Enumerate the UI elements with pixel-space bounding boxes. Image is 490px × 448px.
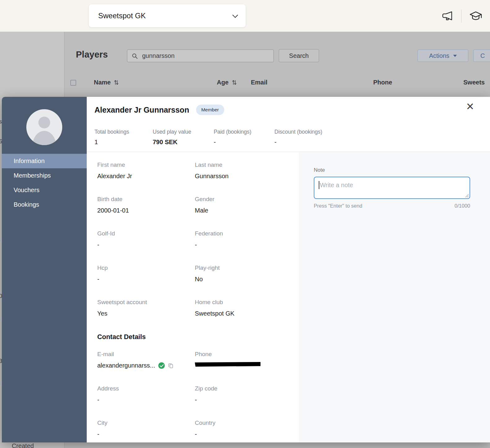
field-row: E-mail alexandergunnarss... Phone: [97, 351, 294, 369]
search-input-value: gunnarsson: [142, 52, 175, 59]
field-sweetspot-account: Sweetspot account Yes: [97, 299, 195, 317]
avatar: [26, 109, 62, 145]
note-char-counter: 0/1000: [455, 203, 470, 209]
modal-sidebar-nav: Information Memberships Vouchers Booking…: [2, 154, 87, 212]
clipped-right-button-label: C: [480, 52, 485, 59]
select-all-checkbox[interactable]: [70, 80, 76, 86]
field-home-club: Home club Sweetspot GK: [195, 299, 292, 317]
stat-used-play-value: Used play value 790 SEK: [153, 129, 191, 146]
email-value: alexandergunnarss...: [97, 362, 155, 369]
avatar-head: [38, 117, 50, 128]
field-phone: Phone: [195, 351, 292, 369]
field-row: First name Alexander Jr Last name Gunnar…: [97, 162, 294, 180]
search-button[interactable]: Search: [279, 49, 319, 62]
modal-main: Alexander Jr Gunnarsson Member × Total b…: [87, 97, 490, 442]
field-last-name: Last name Gunnarsson: [195, 162, 292, 180]
stats-row: Total bookings 1 Used play value 790 SEK…: [87, 129, 490, 150]
player-name: Alexander Jr Gunnarsson: [94, 106, 189, 114]
clipped-right-button[interactable]: C: [473, 50, 490, 62]
actions-button[interactable]: Actions: [418, 50, 468, 62]
screen: Sweetspot GK Players: [0, 0, 490, 448]
field-row: Birth date 2000-01-01 Gender Male: [97, 196, 294, 214]
close-icon[interactable]: ×: [466, 100, 474, 113]
resize-handle[interactable]: [465, 194, 469, 197]
copy-icon[interactable]: [168, 363, 174, 368]
topbar: Sweetspot GK: [0, 0, 490, 32]
stat-discount-bookings: Discount (bookings) -: [274, 129, 322, 146]
divider: [461, 10, 462, 23]
field-federation: Federation -: [195, 230, 292, 248]
field-country: Country -: [195, 420, 292, 438]
field-gender: Gender Male: [195, 196, 292, 214]
player-info-form: First name Alexander Jr Last name Gunnar…: [97, 162, 294, 442]
field-birth-date: Birth date 2000-01-01: [97, 196, 195, 214]
stat-total-bookings: Total bookings 1: [94, 129, 129, 146]
topbar-icons: [442, 0, 482, 32]
created-column-label: Created: [12, 442, 34, 448]
field-hcp: Hcp -: [97, 265, 195, 283]
note-label: Note: [314, 167, 490, 173]
avatar-torso: [33, 131, 56, 145]
modal-sidebar: Information Memberships Vouchers Booking…: [2, 97, 87, 442]
megaphone-icon[interactable]: [442, 11, 453, 21]
page-title: Players: [76, 50, 108, 60]
field-zip-code: Zip code -: [195, 385, 292, 403]
field-first-name: First name Alexander Jr: [97, 162, 195, 180]
field-row: Golf-Id - Federation -: [97, 230, 294, 248]
column-header-email: Email: [251, 79, 267, 86]
sidebar-item-bookings[interactable]: Bookings: [2, 197, 87, 212]
field-city: City -: [97, 420, 195, 438]
search-input[interactable]: gunnarsson: [127, 50, 274, 62]
field-address: Address -: [97, 385, 195, 403]
field-row: Sweetspot account Yes Home club Sweetspo…: [97, 299, 294, 317]
club-selector[interactable]: Sweetspot GK: [89, 4, 246, 27]
note-placeholder: Write a note: [320, 181, 353, 189]
redacted-phone-value: [195, 362, 260, 367]
graduation-cap-icon[interactable]: [470, 11, 482, 21]
field-row: City - Country -: [97, 420, 294, 438]
sidebar-item-information[interactable]: Information: [2, 154, 87, 168]
field-golf-id: Golf-Id -: [97, 230, 195, 248]
field-row: Address - Zip code -: [97, 385, 294, 403]
column-header-phone: Phone: [373, 79, 392, 86]
sidebar-item-memberships[interactable]: Memberships: [2, 168, 87, 183]
note-input[interactable]: Write a note: [314, 177, 470, 199]
field-row: Hcp - Play-right No: [97, 265, 294, 283]
column-header-name[interactable]: Name: [94, 79, 119, 86]
sort-icon[interactable]: [232, 80, 237, 85]
column-header-age[interactable]: Age: [217, 79, 237, 86]
contact-details-heading: Contact Details: [97, 333, 294, 341]
verified-check-icon: [158, 362, 165, 369]
chevron-down-icon: [232, 12, 238, 18]
caret-down-icon: [453, 55, 457, 57]
field-play-right: Play-right No: [195, 265, 292, 283]
actions-button-label: Actions: [429, 52, 449, 59]
field-email: E-mail alexandergunnarss...: [97, 351, 195, 369]
text-cursor: [319, 181, 319, 189]
member-badge: Member: [196, 105, 224, 115]
stat-paid-bookings: Paid (bookings) -: [214, 129, 252, 146]
note-hint: Press "Enter" to send: [314, 203, 362, 209]
player-detail-modal: Information Memberships Vouchers Booking…: [2, 97, 490, 442]
sidebar-item-vouchers[interactable]: Vouchers: [2, 183, 87, 197]
modal-header: Alexander Jr Gunnarsson Member: [94, 105, 224, 115]
column-header-sweetspot: Sweets: [463, 79, 485, 86]
sort-icon[interactable]: [114, 80, 119, 85]
search-icon: [132, 53, 138, 59]
note-panel: Note Write a note Press "Enter" to send …: [299, 152, 490, 442]
club-selector-value: Sweetspot GK: [98, 11, 146, 20]
